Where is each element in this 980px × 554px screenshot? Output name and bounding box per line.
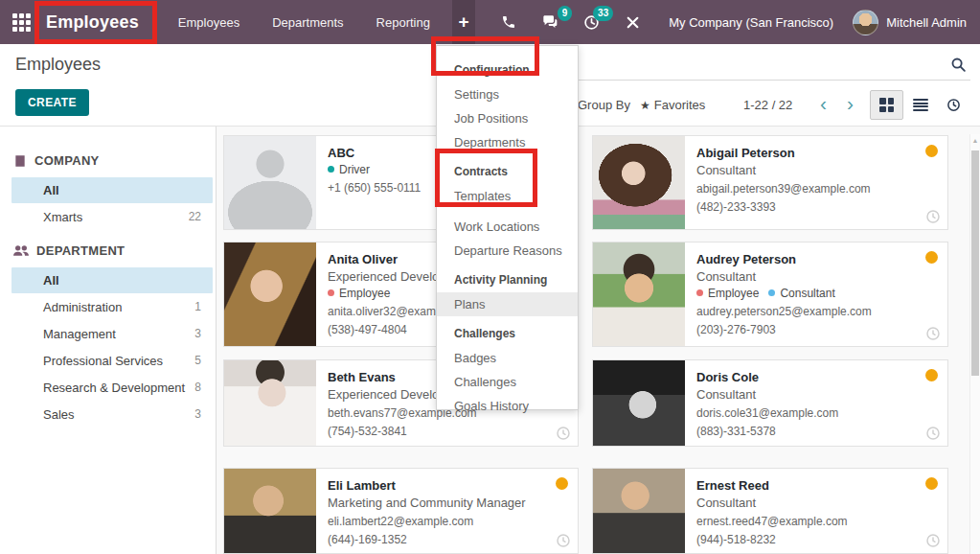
employee-card[interactable]: Audrey Peterson Consultant EmployeeConsu…: [592, 242, 948, 347]
schedule-activity-icon[interactable]: [556, 426, 571, 441]
sidebar-filter-item[interactable]: Administration 1: [11, 294, 213, 320]
employee-tag: Employee: [696, 287, 759, 300]
tag-dot-icon: [696, 289, 703, 296]
scrollbar-thumb[interactable]: [971, 150, 979, 376]
filter-label: Xmarts: [43, 210, 82, 224]
dropdown-section-header: Configuration: [437, 58, 578, 82]
employee-phone[interactable]: (482)-233-3393: [696, 198, 936, 217]
activity-view-icon: [946, 98, 961, 112]
sidebar-filter-item[interactable]: Management 3: [11, 321, 213, 347]
filter-label: Professional Services: [43, 354, 163, 368]
activity-status-dot: [925, 369, 938, 381]
employee-tag: Employee: [328, 287, 390, 300]
employee-phone[interactable]: (203)-276-7903: [696, 321, 936, 339]
filter-count: 1: [194, 294, 201, 320]
activities-icon[interactable]: 33: [583, 14, 600, 31]
list-view-button[interactable]: [903, 90, 937, 120]
dropdown-menu-item[interactable]: Work Locations: [437, 215, 578, 239]
employee-phone[interactable]: (644)-169-1352: [328, 531, 566, 549]
activity-status-dot: [925, 251, 938, 264]
sidebar-filter-item[interactable]: Professional Services 5: [11, 348, 213, 374]
pager-previous-icon[interactable]: ‹: [820, 94, 827, 113]
top-navbar: Employees Employees Departments Reportin…: [0, 0, 980, 44]
dropdown-section-header: Activity Planning: [437, 268, 578, 292]
view-switcher: [870, 90, 970, 120]
activity-status-dot: [925, 145, 938, 157]
dropdown-menu-item[interactable]: Settings: [437, 82, 578, 106]
nav-menu-reporting[interactable]: Reporting: [376, 15, 430, 30]
favorites-button[interactable]: ★Favorites: [640, 98, 705, 112]
employee-phone[interactable]: (754)-532-3841: [328, 423, 566, 441]
employee-job-title: Consultant: [696, 269, 936, 284]
sidebar-filter-item[interactable]: All: [11, 267, 213, 293]
scrollbar-up-icon[interactable]: ▲: [970, 137, 980, 144]
employee-email[interactable]: ernest.reed47@example.com: [696, 513, 936, 531]
breadcrumb: Employees: [15, 55, 101, 75]
schedule-activity-icon[interactable]: [925, 533, 941, 548]
dropdown-menu-item[interactable]: Departure Reasons: [437, 239, 578, 263]
user-name[interactable]: Mitchell Admin: [886, 15, 967, 30]
employee-card[interactable]: Abigail Peterson Consultant abigail.pete…: [592, 135, 948, 230]
employee-email[interactable]: abigail.peterson39@example.com: [696, 180, 936, 198]
schedule-activity-icon[interactable]: [925, 326, 941, 341]
dropdown-menu-item[interactable]: Badges: [437, 346, 578, 370]
employee-email[interactable]: audrey.peterson25@example.com: [696, 303, 936, 321]
app-title[interactable]: Employees: [46, 12, 139, 33]
activity-view-button[interactable]: [937, 90, 970, 120]
developer-tools-icon[interactable]: [625, 14, 641, 31]
search-bar: [578, 52, 970, 81]
user-avatar[interactable]: [853, 10, 878, 35]
messages-badge: 9: [558, 6, 573, 21]
building-icon: [13, 154, 27, 168]
kanban-view-button[interactable]: [870, 90, 903, 120]
schedule-activity-icon[interactable]: [925, 426, 941, 441]
dropdown-section-header: Challenges: [437, 322, 578, 346]
dropdown-menu-item[interactable]: Challenges: [437, 370, 578, 394]
phone-icon[interactable]: [501, 14, 516, 30]
nav-menu-departments[interactable]: Departments: [272, 15, 343, 30]
tag-dot-icon: [328, 289, 334, 296]
sidebar-filter-item[interactable]: All: [11, 177, 213, 203]
employee-email[interactable]: doris.cole31@example.com: [696, 404, 936, 423]
employee-tags: EmployeeConsultant: [696, 287, 936, 300]
vertical-scrollbar[interactable]: ▲: [969, 134, 980, 554]
dropdown-menu-item[interactable]: Templates: [437, 184, 578, 208]
employee-name: Doris Cole: [696, 370, 936, 384]
tag-dot-icon: [768, 289, 775, 296]
kanban-icon: [879, 98, 894, 112]
dropdown-section-header: Contracts: [437, 160, 578, 184]
employee-card[interactable]: Ernest Reed Consultant ernest.reed47@exa…: [592, 468, 948, 554]
employee-email[interactable]: eli.lambert22@example.com: [328, 513, 566, 531]
sidebar-filter-item[interactable]: Research & Development 8: [11, 375, 213, 401]
tag-dot-icon: [328, 166, 334, 173]
search-icon[interactable]: [950, 57, 967, 77]
dropdown-menu-item[interactable]: Plans: [437, 292, 578, 316]
employee-phone[interactable]: (883)-331-5378: [696, 423, 936, 441]
kanban-view: ABC Driver +1 (650) 555-0111 Anita Olive…: [217, 127, 980, 554]
dropdown-menu-item[interactable]: Goals History: [437, 394, 578, 418]
sidebar-filter-item[interactable]: Sales 3: [11, 402, 213, 427]
employee-phone[interactable]: (944)-518-8232: [696, 531, 936, 549]
employee-photo: [224, 136, 316, 229]
apps-menu-icon[interactable]: [12, 13, 31, 32]
search-input[interactable]: [578, 52, 942, 79]
schedule-activity-icon[interactable]: [556, 533, 571, 548]
nav-menu-employees[interactable]: Employees: [178, 15, 239, 30]
filter-label: Management: [43, 327, 116, 341]
employee-card[interactable]: Eli Lambert Marketing and Community Mana…: [223, 468, 579, 554]
pager-next-icon[interactable]: ›: [847, 94, 854, 113]
dropdown-menu-item[interactable]: Job Positions: [437, 106, 578, 130]
employee-info: Abigail Peterson Consultant abigail.pete…: [685, 136, 947, 229]
dropdown-menu-item[interactable]: Departments: [437, 130, 578, 154]
messages-icon[interactable]: 9: [541, 14, 558, 30]
sidebar-filter-item[interactable]: Xmarts 22: [11, 204, 213, 230]
people-icon: [13, 244, 29, 257]
filter-label: Sales: [43, 407, 75, 422]
employee-card[interactable]: Doris Cole Consultant doris.cole31@examp…: [592, 359, 948, 447]
employee-job-title: Consultant: [696, 163, 936, 177]
group-by-button[interactable]: Group By: [578, 98, 630, 112]
schedule-activity-icon[interactable]: [925, 209, 941, 224]
company-switcher[interactable]: My Company (San Francisco): [669, 15, 833, 30]
plus-menu-button[interactable]: +: [452, 0, 475, 44]
employee-name: Ernest Reed: [696, 478, 936, 493]
